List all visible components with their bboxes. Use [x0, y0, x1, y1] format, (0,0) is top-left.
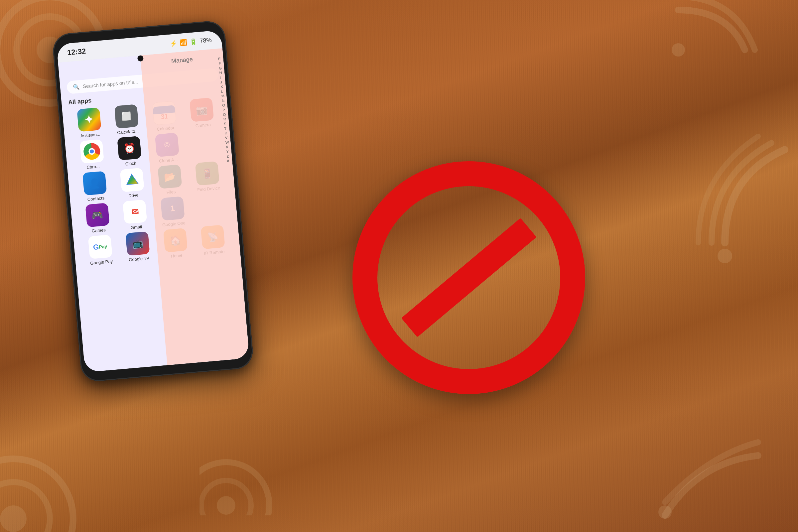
app-label-calculator: Calculato...	[117, 128, 139, 135]
app-label-clock: Clock	[125, 160, 136, 167]
prohibition-sign	[353, 161, 585, 394]
search-icon: 🔍	[73, 83, 80, 91]
wifi-icon: 📶	[179, 39, 188, 46]
alpha-j: J	[220, 80, 224, 84]
alpha-s: S	[224, 122, 227, 126]
app-icon-games: 🎮	[85, 203, 110, 227]
alpha-e: E	[218, 57, 222, 61]
app-icon-googlepay: G Pay	[88, 235, 112, 259]
list-item[interactable]: ⏰ Clock	[111, 135, 149, 168]
app-icon-contacts: 👤	[82, 171, 107, 195]
status-icons: ⚡ 📶 🔋 78%	[170, 36, 212, 47]
alpha-l: L	[221, 89, 225, 93]
app-label-googletv: Google TV	[129, 256, 150, 262]
alpha-r: R	[223, 117, 227, 121]
app-icon-assistant: ✦	[77, 108, 101, 132]
prohibition-circle	[353, 161, 585, 394]
app-label-chrome: Chro...	[87, 164, 100, 170]
list-item[interactable]: G Pay Google Pay	[82, 234, 119, 266]
phone-body: 12:32 ⚡ 📶 🔋 78% 🔍 Search for apps on thi…	[52, 20, 254, 382]
list-item[interactable]: ✦ Assistan...	[71, 107, 108, 139]
alpha-u: U	[225, 131, 228, 135]
alpha-v: V	[225, 135, 228, 140]
list-item[interactable]: 📺 Google TV	[119, 231, 157, 263]
alpha-z: Z	[226, 154, 230, 158]
alpha-p: P	[223, 108, 226, 112]
alpha-w: W	[225, 140, 229, 144]
battery-icon: 🔋	[190, 38, 197, 45]
prohibition-bar	[401, 218, 536, 337]
alpha-m: M	[221, 94, 225, 98]
app-icon-googletv: 📺	[125, 231, 150, 256]
alpha-i: I	[220, 75, 223, 79]
alpha-o: O	[222, 103, 226, 108]
list-item[interactable]: ⬜ Calculato...	[108, 103, 146, 136]
list-item[interactable]: 👤 Contacts	[76, 171, 114, 203]
search-placeholder: Search for apps on this...	[82, 79, 138, 89]
app-label-games: Games	[92, 227, 106, 234]
phone-screen: 12:32 ⚡ 📶 🔋 78% 🔍 Search for apps on thi…	[57, 30, 249, 372]
app-icon-gmail: ✉	[123, 200, 147, 224]
list-item[interactable]: 🎮 Games	[79, 202, 116, 234]
svg-marker-13	[126, 174, 138, 185]
status-time: 12:32	[67, 46, 86, 57]
app-label-gmail: Gmail	[130, 224, 142, 230]
app-label-googlepay: Google Pay	[90, 259, 113, 266]
bluetooth-icon: ⚡	[170, 39, 177, 47]
alpha-y: Y	[226, 149, 230, 154]
app-icon-chrome	[79, 139, 104, 164]
alpha-t: T	[224, 126, 228, 131]
alpha-f: F	[218, 61, 222, 65]
list-item[interactable]: Chro...	[74, 139, 111, 171]
app-label-drive: Drive	[128, 192, 139, 198]
alpha-h: H	[219, 71, 223, 75]
phone-device: 12:32 ⚡ 📶 🔋 78% 🔍 Search for apps on thi…	[52, 20, 254, 382]
alpha-hash: #	[227, 158, 230, 163]
app-icon-clock: ⏰	[117, 136, 141, 160]
list-item[interactable]: Drive	[114, 167, 151, 200]
list-item[interactable]: ✉ Gmail	[116, 199, 154, 231]
app-icon-drive	[120, 168, 145, 192]
alpha-n: N	[222, 98, 225, 103]
alpha-x: X	[226, 145, 229, 149]
battery-percentage: 78%	[200, 37, 212, 44]
alpha-q: Q	[223, 112, 226, 117]
alpha-k: K	[221, 84, 224, 89]
alpha-g: G	[219, 66, 223, 70]
app-label-contacts: Contacts	[87, 195, 104, 202]
app-label-assistant: Assistan...	[80, 132, 100, 138]
app-icon-calculator: ⬜	[114, 104, 139, 129]
